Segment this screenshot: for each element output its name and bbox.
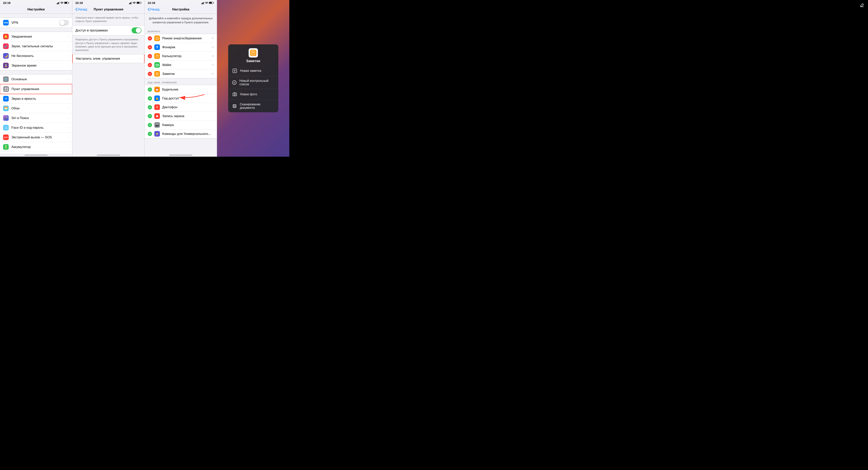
- settings-item-sounds[interactable]: 🔊 Звуки, тактильные сигналы ›: [0, 41, 72, 51]
- settings-item-privacy[interactable]: ✋ Конфиденциальность ›: [0, 152, 72, 154]
- notes-large-icon: [249, 48, 258, 58]
- wallpaper-icon: 🌅: [3, 106, 9, 111]
- alarm-label: Будильник: [162, 88, 214, 91]
- control-item-wallet[interactable]: Wallet ≡: [145, 61, 217, 69]
- vpn-icon: VPN: [3, 20, 9, 26]
- power-icon: [154, 35, 160, 41]
- add-button-camera[interactable]: [148, 123, 152, 127]
- chevron-icon: ›: [68, 126, 69, 129]
- new-note-icon: [232, 68, 238, 74]
- general-icon: ⚙️: [3, 77, 9, 82]
- control-item-alarm[interactable]: ⏰ Будильник: [145, 85, 217, 94]
- settings-list-2: 🔔 Уведомления › 🔊 Звуки, тактильные сигн…: [0, 32, 72, 70]
- back-button-3[interactable]: Назад: [148, 7, 159, 11]
- flashlight-label: Фонарик: [162, 45, 212, 49]
- settings-item-battery[interactable]: 🔋 Аккумулятор ›: [0, 142, 72, 152]
- wallpaper-label: Обои: [11, 107, 68, 110]
- screentime-icon: ⌛: [3, 63, 9, 68]
- scan-label: Сканирование документа: [240, 102, 275, 110]
- add-button-accessibility[interactable]: [148, 96, 152, 100]
- svg-point-9: [158, 65, 158, 66]
- notes-action-photo[interactable]: Новое фото: [228, 89, 278, 100]
- wifi-icon-1: [60, 1, 63, 4]
- settings-item-notifications[interactable]: 🔔 Уведомления ›: [0, 32, 72, 41]
- svg-rect-2: [5, 90, 6, 91]
- settings-item-wallpaper[interactable]: 🌅 Обои ›: [0, 104, 72, 113]
- dnd-label: Не беспокоить: [11, 54, 68, 58]
- drag-handle-wallet[interactable]: ≡: [212, 63, 214, 67]
- vpn-toggle[interactable]: [59, 20, 69, 26]
- display-label: Экран и яркость: [11, 97, 68, 101]
- remove-button-wallet[interactable]: [148, 63, 152, 67]
- accessibility-icon: 🔒: [154, 95, 160, 101]
- drag-handle-notes[interactable]: ≡: [212, 72, 214, 76]
- add-button-voice-memo[interactable]: [148, 105, 152, 109]
- wallet-label: Wallet: [162, 63, 212, 67]
- drag-handle-calculator[interactable]: ≡: [212, 54, 214, 58]
- chevron-icon: ›: [68, 97, 69, 100]
- settings-item-siri[interactable]: 🎤 Siri и Поиск ›: [0, 113, 72, 123]
- signal-icon-2: [129, 2, 132, 4]
- control-item-flashlight[interactable]: Фонарик ≡: [145, 43, 217, 52]
- notes-action-checklist[interactable]: Новый контрольный список: [228, 77, 278, 89]
- time-1: 22:18: [3, 1, 10, 4]
- notes-action-scan[interactable]: Сканирование документа: [228, 100, 278, 112]
- back-button-2[interactable]: Назад: [75, 7, 87, 11]
- customize-row[interactable]: Настроить элем. управления ›: [72, 54, 145, 63]
- add-button-screen-record[interactable]: [148, 114, 152, 118]
- time-3: 22:18: [148, 1, 155, 4]
- remove-button-power[interactable]: [148, 36, 152, 40]
- notes-label: Заметки: [162, 72, 212, 76]
- panel2-description: Смахните вниз с верхней правой части экр…: [72, 14, 145, 25]
- wifi-icon-3: [205, 1, 208, 4]
- scan-icon: [232, 104, 237, 109]
- status-bar-1: 22:18: [0, 0, 72, 5]
- vpn-label: VPN: [11, 21, 59, 25]
- settings-panel: 22:18 Настройки VPN: [0, 0, 72, 157]
- settings-item-dnd[interactable]: 🌙 Не беспокоить ›: [0, 51, 72, 61]
- notes-popup-header: Заметки: [228, 45, 278, 65]
- control-item-voice-memo[interactable]: 🎙 Диктофон: [145, 103, 217, 112]
- notes-popup-title: Заметки: [246, 59, 260, 63]
- notes-action-new-note[interactable]: Новая заметка: [228, 65, 278, 77]
- settings-item-controlcenter[interactable]: Пункт управления ›: [0, 84, 72, 94]
- dnd-icon: 🌙: [3, 53, 9, 59]
- chevron-icon: ›: [68, 88, 69, 91]
- settings-item-general[interactable]: ⚙️ Основные ›: [0, 75, 72, 84]
- control-item-accessibility[interactable]: 🔒 Гид-доступ: [145, 94, 217, 103]
- screen-record-label: Запись экрана: [162, 114, 214, 118]
- access-toggle[interactable]: [131, 27, 142, 33]
- remove-button-calculator[interactable]: [148, 54, 152, 58]
- control-item-screen-record[interactable]: ⏺ Запись экрана: [145, 112, 217, 121]
- chevron-icon: ›: [68, 107, 69, 110]
- drag-handle-power[interactable]: ≡: [212, 36, 214, 40]
- battery-icon-2: [136, 2, 142, 4]
- remove-button-flashlight[interactable]: [148, 45, 152, 49]
- remove-button-notes[interactable]: [148, 72, 152, 76]
- control-item-calculator[interactable]: 123 Калькулятор ≡: [145, 52, 217, 61]
- settings-item-display[interactable]: ☀ Экран и яркость ›: [0, 94, 72, 104]
- settings-item-screentime[interactable]: ⌛ Экранное время ›: [0, 61, 72, 70]
- signal-icon-3: [202, 2, 204, 4]
- control-item-power[interactable]: Режим энергосбережения ≡: [145, 34, 217, 43]
- add-button-alarm[interactable]: [148, 87, 152, 92]
- control-item-notes[interactable]: Заметки ≡: [145, 69, 217, 78]
- battery-icon-1: [64, 2, 69, 4]
- chevron-icon: ›: [68, 64, 69, 67]
- notifications-icon: 🔔: [3, 34, 9, 39]
- panel3-description: Добавляйте и изменяйте порядок дополните…: [145, 14, 217, 27]
- access-toggle-row[interactable]: Доступ в программах: [72, 26, 145, 35]
- chevron-icon: ›: [68, 35, 69, 38]
- drag-handle-flashlight[interactable]: ≡: [212, 45, 214, 49]
- status-icons-2: [129, 1, 142, 4]
- battery-icon: 🔋: [3, 144, 9, 150]
- add-button-shortcuts[interactable]: [148, 132, 152, 136]
- control-item-camera[interactable]: 📷 Камера: [145, 121, 217, 129]
- settings-item-faceid[interactable]: Face ID и код-пароль ›: [0, 123, 72, 133]
- control-item-shortcuts[interactable]: ⚡ Команды для Универсального...: [145, 129, 217, 138]
- customize-chevron: ›: [140, 57, 141, 60]
- settings-item-vpn[interactable]: VPN VPN: [0, 18, 72, 28]
- shortcuts-label: Команды для Универсального...: [162, 132, 214, 136]
- status-bar-2: 22:18: [72, 0, 145, 5]
- settings-item-sos[interactable]: SOS Экстренный вызов — SOS ›: [0, 133, 72, 142]
